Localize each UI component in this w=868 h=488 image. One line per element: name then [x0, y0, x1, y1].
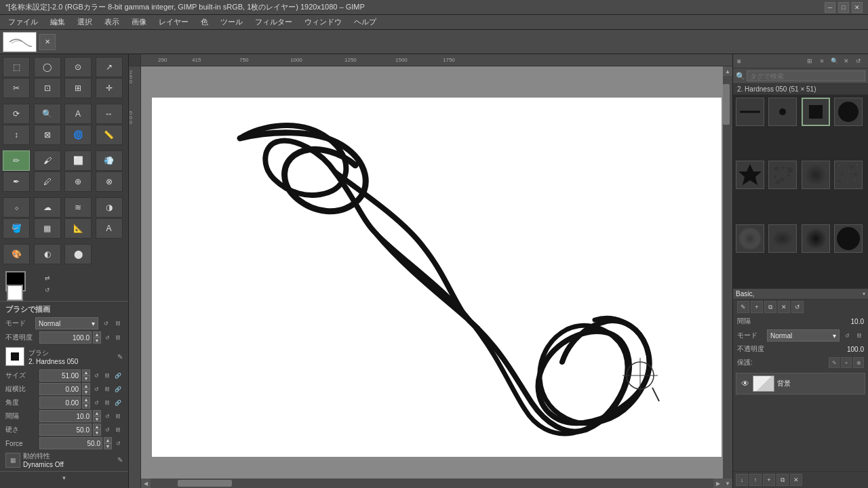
brush-cell-fuzzy3[interactable] [768, 224, 797, 253]
mode-chain-icon[interactable]: ⛓ [113, 319, 123, 328]
tool-align[interactable]: ⊞ [64, 78, 92, 98]
brush-thumbnail[interactable] [5, 347, 24, 366]
brush-cell-scatter1[interactable] [834, 161, 863, 189]
tool-text[interactable]: A [96, 218, 123, 239]
tool-ellipse-select[interactable]: ◯ [34, 57, 61, 77]
expand-options-icon[interactable]: ▼ [62, 475, 67, 481]
panel-bottom-icon4[interactable]: ⧉ [776, 474, 789, 486]
angle-up-arrow[interactable]: ▲ [82, 396, 90, 403]
swap-colors-icon[interactable]: ⇄ [45, 274, 50, 281]
menu-file[interactable]: ファイル [3, 16, 43, 28]
spacing-down-arrow[interactable]: ▼ [93, 416, 101, 422]
brush-edit-icon2[interactable]: ✎ [737, 301, 749, 313]
opacity-reset-icon[interactable]: ↺ [102, 333, 112, 342]
hardness-down-arrow[interactable]: ▼ [93, 430, 101, 436]
size-input[interactable]: 51.00 [39, 369, 81, 382]
tool-dodge-burn[interactable]: ◑ [96, 197, 123, 218]
panel-search-icon[interactable]: 🔍 [829, 56, 840, 66]
brush-cell-dot-sm[interactable] [768, 98, 797, 126]
panel-bottom-icon1[interactable]: ↓ [736, 474, 748, 486]
tool-scissors[interactable]: ✂ [3, 78, 30, 98]
panel-refresh-icon[interactable]: ↺ [853, 56, 864, 66]
brush-search-input[interactable] [747, 70, 865, 81]
tool-smudge[interactable]: ≋ [64, 197, 92, 218]
tool-lasso[interactable]: ⊙ [64, 57, 92, 77]
close-preview-button[interactable]: ✕ [39, 34, 56, 50]
brush-cell-fuzzy1[interactable] [802, 161, 830, 189]
menu-image[interactable]: 画像 [126, 16, 152, 28]
scroll-thumb-horizontal[interactable] [178, 480, 232, 487]
hardness-up-arrow[interactable]: ▲ [93, 424, 101, 430]
menu-help[interactable]: ヘルプ [349, 16, 382, 28]
hardness-input[interactable]: 50.0 [39, 424, 92, 436]
brush-cell-square-md[interactable] [802, 98, 830, 126]
tool-zoom-tool[interactable]: 🔍 [34, 104, 61, 124]
tool-shear[interactable]: A [64, 104, 92, 124]
panel-list-icon[interactable]: ≡ [816, 56, 827, 66]
horizontal-scrollbar[interactable]: ◀ ▶ [141, 479, 723, 488]
aspect-input[interactable]: 0.00 [39, 383, 81, 395]
drawing-canvas[interactable] [152, 98, 722, 457]
tool-warp[interactable]: 🌀 [64, 125, 92, 145]
menu-tools[interactable]: ツール [215, 16, 248, 28]
tool-perspective[interactable]: ↔ [96, 104, 123, 124]
vertical-scrollbar[interactable]: ▲ ▼ [723, 66, 732, 488]
brush-cell-dark-lg[interactable] [834, 224, 863, 253]
reset-colors-icon[interactable]: ↺ [45, 287, 50, 293]
tool-rotate[interactable]: ⟳ [3, 104, 30, 124]
menu-layer[interactable]: レイヤー [153, 16, 194, 28]
force-input[interactable]: 50.0 [39, 437, 102, 449]
panel-mode-chain-icon[interactable]: ⛓ [854, 331, 864, 340]
panel-grid-icon[interactable]: ⊞ [804, 56, 815, 66]
protect-alpha-icon[interactable]: ✎ [829, 357, 840, 368]
angle-down-arrow[interactable]: ▼ [82, 403, 90, 409]
brush-tag-arrow[interactable]: ▾ [863, 291, 865, 297]
tool-pencil2[interactable]: 📐 [64, 218, 92, 239]
size-down-arrow[interactable]: ▼ [82, 375, 90, 382]
aspect-link-icon[interactable]: 🔗 [113, 384, 123, 394]
tool-blend[interactable]: ▦ [34, 218, 61, 239]
panel-bottom-icon3[interactable]: + [763, 474, 775, 486]
tool-colpicker[interactable]: 🎨 [3, 244, 30, 264]
spacing-up-arrow[interactable]: ▲ [93, 410, 101, 416]
size-reset-icon[interactable]: ↺ [92, 371, 101, 380]
panel-bottom-icon5[interactable]: ✕ [790, 474, 802, 486]
aspect-chain-icon[interactable]: ⛓ [102, 384, 112, 394]
panel-bottom-icon2[interactable]: ↑ [749, 474, 762, 486]
opacity-input[interactable]: 100.0 [39, 331, 92, 344]
spacing-input[interactable]: 10.0 [39, 410, 92, 422]
tool-perspective-clone[interactable]: ⬦ [3, 197, 30, 218]
aspect-reset-icon[interactable]: ↺ [92, 384, 101, 394]
angle-link-icon[interactable]: 🔗 [113, 398, 123, 407]
brush-cell-dots2[interactable] [768, 161, 797, 189]
tool-ink[interactable]: ✒ [3, 171, 30, 192]
hardness-reset-icon[interactable]: ↺ [102, 425, 112, 434]
tool-fgbg[interactable]: ◐ [34, 244, 61, 264]
menu-edit[interactable]: 編集 [45, 16, 71, 28]
angle-chain-icon[interactable]: ⛓ [102, 398, 112, 407]
scroll-left-button[interactable]: ◀ [141, 479, 151, 488]
protect-view-icon[interactable]: ⊕ [853, 357, 864, 368]
size-link-icon[interactable]: 🔗 [113, 371, 123, 380]
menu-filters[interactable]: フィルター [250, 16, 298, 28]
close-button[interactable]: ✕ [852, 2, 863, 13]
brush-new-icon[interactable]: + [751, 301, 763, 313]
menu-view[interactable]: 表示 [99, 16, 125, 28]
hardness-chain-icon[interactable]: ⛓ [113, 425, 123, 434]
brush-cell-fuzzy2[interactable] [736, 224, 764, 253]
panel-mode-reset-icon[interactable]: ↺ [842, 331, 852, 340]
brush-cell-dot-lg[interactable] [834, 98, 863, 126]
size-chain-icon[interactable]: ⛓ [102, 371, 112, 380]
force-reset-icon[interactable]: ↺ [113, 439, 123, 448]
tool-move[interactable]: ✛ [96, 78, 123, 98]
opacity-up-arrow[interactable]: ▲ [93, 331, 101, 338]
protect-lock-icon[interactable]: + [841, 357, 852, 368]
tool-fuzzy-select[interactable]: ↗ [96, 57, 123, 77]
tool-pencil[interactable]: ✏ [3, 150, 30, 171]
scroll-right-button[interactable]: ▶ [713, 479, 723, 488]
spacing-reset-icon[interactable]: ↺ [102, 411, 112, 421]
brush-cell-line[interactable] [736, 98, 764, 126]
panel-close-icon[interactable]: ✕ [841, 56, 852, 66]
opacity-down-arrow[interactable]: ▼ [93, 338, 101, 344]
layer-visibility-icon[interactable]: 👁 [741, 379, 750, 388]
